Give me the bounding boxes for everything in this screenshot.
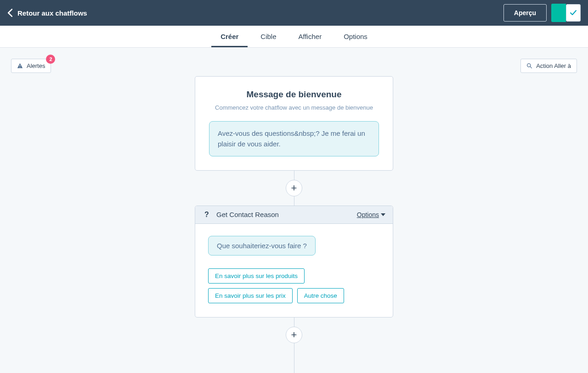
- warning-icon: [17, 63, 23, 69]
- tab-target[interactable]: Cible: [260, 26, 276, 47]
- caret-down-icon: [381, 213, 385, 216]
- chevron-left-icon: [7, 9, 13, 17]
- add-step-button[interactable]: +: [286, 180, 302, 196]
- step-header: ? Get Contact Reason Options: [195, 206, 393, 224]
- tab-label: Créer: [220, 33, 238, 40]
- connector-line: [294, 171, 294, 180]
- step-prompt-bubble: Que souhaiteriez-vous faire ?: [208, 236, 316, 256]
- tab-label: Options: [344, 33, 368, 40]
- quick-reply-chip[interactable]: En savoir plus sur les prix: [208, 288, 293, 303]
- flow-canvas: Alertes 2 Action Aller à Message de bien…: [0, 48, 588, 373]
- welcome-message-bubble: Avez-vous des questions&nbsp;? Je me fer…: [209, 121, 379, 156]
- alerts-button[interactable]: Alertes 2: [11, 59, 51, 73]
- step-body: Que souhaiteriez-vous faire ? En savoir …: [195, 224, 393, 317]
- connector-line: [294, 317, 294, 327]
- quick-reply-chips: En savoir plus sur les produits En savoi…: [208, 268, 380, 303]
- flow-column: Message de bienvenue Commencez votre cha…: [0, 48, 588, 373]
- back-to-chatflows[interactable]: Retour aux chatflows: [7, 9, 87, 17]
- alerts-label: Alertes: [27, 62, 45, 69]
- welcome-title: Message de bienvenue: [209, 89, 379, 100]
- step-options-label: Options: [357, 211, 379, 218]
- quick-reply-chip[interactable]: En savoir plus sur les produits: [208, 268, 305, 284]
- tab-display[interactable]: Afficher: [299, 26, 322, 47]
- toggle-indicator[interactable]: [551, 4, 566, 22]
- plus-icon: +: [291, 329, 297, 341]
- question-icon: ?: [203, 211, 211, 219]
- step-card-get-contact-reason[interactable]: ? Get Contact Reason Options Que souhait…: [195, 206, 393, 317]
- app-header: Retour aux chatflows Aperçu: [0, 0, 588, 26]
- main-tabs: Créer Cible Afficher Options: [0, 26, 588, 48]
- add-step-button[interactable]: +: [286, 327, 302, 343]
- step-options-menu[interactable]: Options: [357, 211, 385, 218]
- header-actions: Aperçu: [503, 4, 581, 22]
- welcome-message-card[interactable]: Message de bienvenue Commencez votre cha…: [195, 76, 393, 171]
- toggle-confirm-group: [551, 4, 581, 22]
- check-icon: [570, 9, 577, 17]
- search-icon: [526, 63, 532, 69]
- preview-button[interactable]: Aperçu: [503, 4, 547, 22]
- goto-action-button[interactable]: Action Aller à: [520, 59, 577, 73]
- plus-icon: +: [291, 182, 297, 194]
- back-label: Retour aux chatflows: [17, 9, 87, 17]
- step-title: Get Contact Reason: [216, 211, 351, 218]
- goto-label: Action Aller à: [536, 62, 571, 69]
- tab-create[interactable]: Créer: [220, 26, 238, 47]
- tab-options[interactable]: Options: [344, 26, 368, 47]
- tab-label: Afficher: [299, 33, 322, 40]
- connector-line: [294, 343, 294, 373]
- quick-reply-chip[interactable]: Autre chose: [297, 288, 344, 303]
- connector-line: [294, 196, 294, 206]
- tab-label: Cible: [260, 33, 276, 40]
- welcome-subtitle: Commencez votre chatflow avec un message…: [209, 104, 379, 111]
- confirm-button[interactable]: [566, 4, 581, 22]
